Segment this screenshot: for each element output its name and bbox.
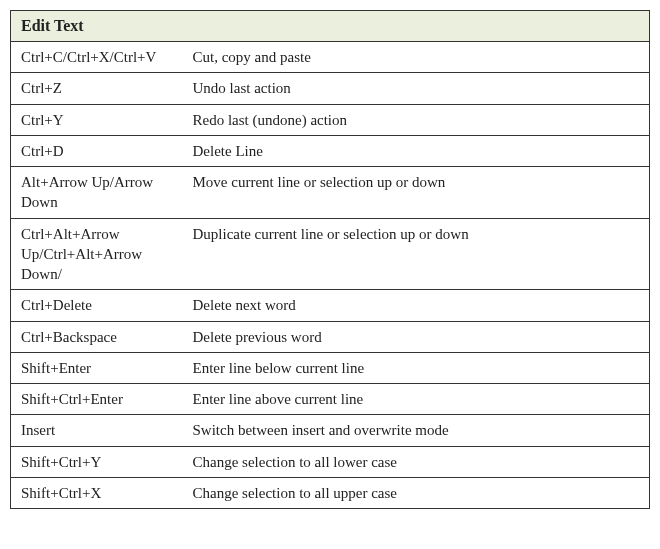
shortcut-cell: Ctrl+Z xyxy=(11,73,189,104)
shortcut-cell: Shift+Ctrl+X xyxy=(11,477,189,508)
table-header-row: Edit Text xyxy=(11,11,650,42)
shortcut-cell: Ctrl+Y xyxy=(11,104,189,135)
table-row: Shift+Ctrl+Enter Enter line above curren… xyxy=(11,384,650,415)
description-cell: Switch between insert and overwrite mode xyxy=(189,415,650,446)
table-row: Shift+Enter Enter line below current lin… xyxy=(11,352,650,383)
table-body: Ctrl+C/Ctrl+X/Ctrl+V Cut, copy and paste… xyxy=(11,42,650,509)
table-row: Ctrl+C/Ctrl+X/Ctrl+V Cut, copy and paste xyxy=(11,42,650,73)
description-cell: Move current line or selection up or dow… xyxy=(189,167,650,219)
table-title: Edit Text xyxy=(11,11,650,42)
shortcut-cell: Shift+Ctrl+Enter xyxy=(11,384,189,415)
description-cell: Delete previous word xyxy=(189,321,650,352)
description-cell: Change selection to all lower case xyxy=(189,446,650,477)
description-cell: Duplicate current line or selection up o… xyxy=(189,218,650,290)
table-row: Shift+Ctrl+X Change selection to all upp… xyxy=(11,477,650,508)
shortcut-cell: Shift+Ctrl+Y xyxy=(11,446,189,477)
description-cell: Cut, copy and paste xyxy=(189,42,650,73)
table-row: Ctrl+D Delete Line xyxy=(11,135,650,166)
table-row: Shift+Ctrl+Y Change selection to all low… xyxy=(11,446,650,477)
description-cell: Delete Line xyxy=(189,135,650,166)
table-row: Ctrl+Delete Delete next word xyxy=(11,290,650,321)
shortcut-cell: Shift+Enter xyxy=(11,352,189,383)
shortcut-cell: Alt+Arrow Up/Arrow Down xyxy=(11,167,189,219)
description-cell: Change selection to all upper case xyxy=(189,477,650,508)
shortcut-cell: Ctrl+Alt+Arrow Up/Ctrl+Alt+Arrow Down/ xyxy=(11,218,189,290)
shortcut-cell: Ctrl+C/Ctrl+X/Ctrl+V xyxy=(11,42,189,73)
table-row: Insert Switch between insert and overwri… xyxy=(11,415,650,446)
shortcut-cell: Ctrl+Delete xyxy=(11,290,189,321)
table-row: Ctrl+Backspace Delete previous word xyxy=(11,321,650,352)
shortcuts-table: Edit Text Ctrl+C/Ctrl+X/Ctrl+V Cut, copy… xyxy=(10,10,650,509)
description-cell: Redo last (undone) action xyxy=(189,104,650,135)
description-cell: Enter line above current line xyxy=(189,384,650,415)
table-row: Ctrl+Alt+Arrow Up/Ctrl+Alt+Arrow Down/ D… xyxy=(11,218,650,290)
shortcut-cell: Insert xyxy=(11,415,189,446)
description-cell: Delete next word xyxy=(189,290,650,321)
description-cell: Undo last action xyxy=(189,73,650,104)
table-row: Ctrl+Z Undo last action xyxy=(11,73,650,104)
shortcut-cell: Ctrl+D xyxy=(11,135,189,166)
table-row: Alt+Arrow Up/Arrow Down Move current lin… xyxy=(11,167,650,219)
description-cell: Enter line below current line xyxy=(189,352,650,383)
shortcut-cell: Ctrl+Backspace xyxy=(11,321,189,352)
table-row: Ctrl+Y Redo last (undone) action xyxy=(11,104,650,135)
